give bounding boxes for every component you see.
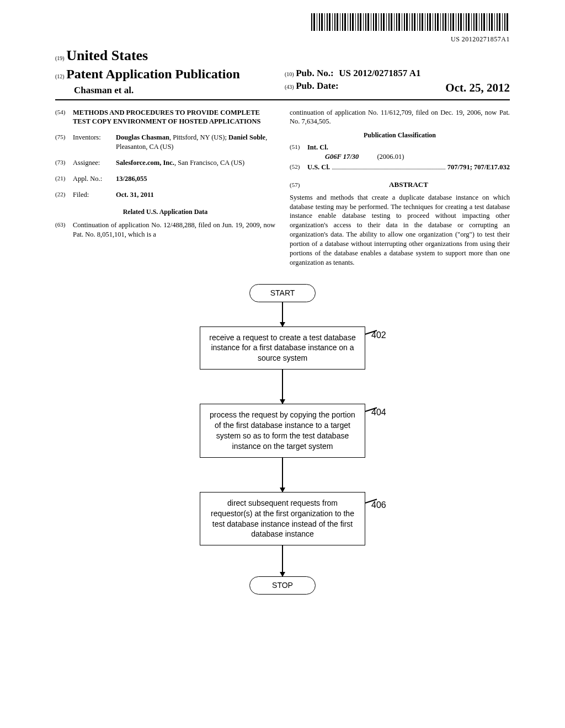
- uscl-label: U.S. Cl.: [307, 163, 330, 172]
- country-name: United States: [66, 47, 148, 63]
- country-line: (19) United States: [55, 46, 280, 65]
- flowchart-step-402: receive a request to create a test datab…: [200, 326, 365, 370]
- barcode-text: US 20120271857A1: [451, 35, 510, 43]
- filed-value: Oct. 31, 2011: [116, 191, 154, 199]
- abstract-text: Systems and methods that create a duplic…: [290, 193, 510, 267]
- assignee-row: (73) Assignee: Salesforce.com, Inc., San…: [55, 158, 275, 168]
- uscl-dots: [332, 169, 445, 169]
- intcl-class: G06F 17/30: [307, 153, 359, 160]
- flowchart-step-label: 402: [371, 329, 386, 341]
- pub-type: Patent Application Publication: [66, 67, 240, 81]
- flowchart-step-label: 404: [371, 406, 386, 419]
- authors-line: Chasman et al.: [55, 84, 280, 97]
- pub-date-line: (43) Pub. Date: Oct. 25, 2012: [285, 80, 510, 93]
- intcl-date: (2006.01): [360, 153, 404, 160]
- flowchart-step-label: 406: [371, 499, 386, 511]
- uscl-row: (52) U.S. Cl. 707/791; 707/E17.032: [290, 163, 510, 172]
- barcode-region: US 20120271857A1: [55, 13, 510, 44]
- abstract-header: ABSTRACT: [307, 180, 510, 190]
- related-row: (63) Continuation of application No. 12/…: [55, 221, 275, 239]
- intcl-label: Int. Cl.: [307, 143, 328, 151]
- barcode-graphic: [311, 13, 510, 31]
- title-row: (54) METHODS AND PROCEDURES TO PROVIDE C…: [55, 108, 275, 127]
- flowchart-step-404: process the request by copying the porti…: [200, 404, 365, 458]
- flowchart-arrow-icon: [282, 370, 283, 404]
- related-inid: (63): [55, 221, 73, 229]
- pub-date-value: Oct. 25, 2012: [445, 80, 510, 95]
- uscl-value: 707/791; 707/E17.032: [447, 163, 510, 172]
- appl-label: Appl. No.:: [73, 174, 116, 184]
- pub-no-inid: (10): [285, 71, 294, 77]
- patent-header: (19) United States (12) Patent Applicati…: [55, 46, 510, 100]
- patent-title: METHODS AND PROCEDURES TO PROVIDE COMPLE…: [73, 108, 275, 127]
- flowchart-stop: STOP: [249, 576, 316, 595]
- abstract-header-row: (57) ABSTRACT: [290, 175, 510, 193]
- left-column: (54) METHODS AND PROCEDURES TO PROVIDE C…: [55, 108, 275, 267]
- filed-label: Filed:: [73, 190, 116, 200]
- inventors-inid: (75): [55, 133, 73, 141]
- pub-no-value: US 2012/0271857 A1: [335, 68, 420, 78]
- filed-row: (22) Filed: Oct. 31, 2011: [55, 190, 275, 200]
- related-continuation: continuation of application No. 11/612,7…: [290, 108, 510, 127]
- flowchart-step-text: receive a request to create a test datab…: [209, 333, 355, 363]
- assignee-label: Assignee:: [73, 158, 116, 168]
- flowchart-arrow-icon: [282, 302, 283, 326]
- appl-no-row: (21) Appl. No.: 13/286,055: [55, 174, 275, 184]
- inventors-row: (75) Inventors: Douglas Chasman, Pittsfo…: [55, 133, 275, 152]
- pub-no-label: Pub. No.:: [296, 68, 333, 78]
- flowchart-step-text: process the request by copying the porti…: [210, 410, 355, 451]
- flowchart-arrow-icon: [282, 545, 283, 576]
- appl-value: 13/286,055: [116, 175, 147, 183]
- assignee-inid: (73): [55, 158, 73, 167]
- assignee-value: Salesforce.com, Inc., San Francisco, CA …: [116, 158, 275, 168]
- pub-date-inid: (43): [285, 84, 294, 90]
- flowchart-step-text: direct subsequent requests from requesto…: [211, 499, 354, 539]
- flowchart: START receive a request to create a test…: [128, 284, 437, 595]
- uscl-inid: (52): [290, 163, 307, 171]
- flowchart-start: START: [249, 284, 316, 302]
- inventors-value: Douglas Chasman, Pittsford, NY (US); Dan…: [116, 133, 275, 152]
- appl-inid: (21): [55, 174, 73, 183]
- title-inid: (54): [55, 108, 73, 116]
- pub-type-inid: (12): [55, 73, 65, 79]
- pub-type-line: (12) Patent Application Publication: [55, 65, 280, 83]
- abstract-inid: (57): [290, 181, 307, 189]
- intcl-row: (51) Int. Cl. G06F 17/30 (2006.01): [290, 143, 510, 162]
- flowchart-arrow-icon: [282, 458, 283, 492]
- related-header: Related U.S. Application Data: [55, 207, 275, 216]
- filed-inid: (22): [55, 190, 73, 199]
- intcl-inid: (51): [290, 143, 307, 151]
- related-text: Continuation of application No. 12/488,2…: [73, 221, 275, 239]
- pub-date-label: Pub. Date:: [296, 81, 338, 91]
- inventors-label: Inventors:: [73, 133, 116, 142]
- bibliographic-section: (54) METHODS AND PROCEDURES TO PROVIDE C…: [55, 108, 510, 267]
- pub-class-header: Publication Classification: [290, 131, 510, 140]
- country-inid: (19): [55, 55, 65, 61]
- pub-no-line: (10) Pub. No.: US 2012/0271857 A1: [285, 67, 510, 80]
- right-column: continuation of application No. 11/612,7…: [290, 108, 510, 267]
- flowchart-step-406: direct subsequent requests from requesto…: [200, 492, 365, 546]
